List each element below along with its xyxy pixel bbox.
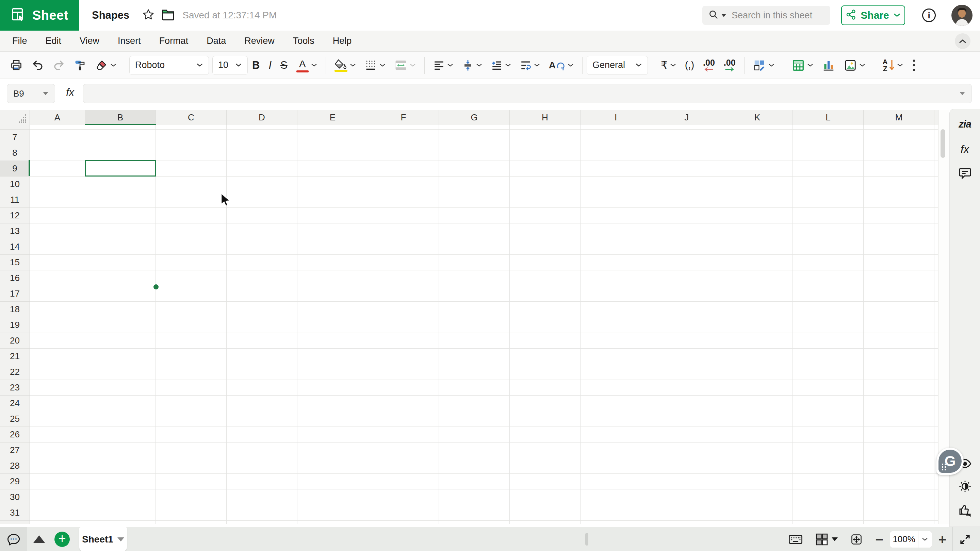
row-header-27[interactable]: 27 <box>0 443 30 458</box>
cell-E12[interactable] <box>298 208 368 224</box>
cell-H26[interactable] <box>510 427 581 443</box>
cell-A14[interactable] <box>30 239 85 255</box>
cell-partial[interactable] <box>510 125 581 130</box>
column-header-A[interactable]: A <box>30 110 85 125</box>
cell-E27[interactable] <box>298 443 368 458</box>
cell-L23[interactable] <box>793 380 864 395</box>
cell-partial[interactable] <box>439 521 510 524</box>
cell-B27[interactable] <box>85 443 156 458</box>
add-sheet-button[interactable]: + <box>54 532 70 547</box>
cell-B26[interactable] <box>85 427 156 443</box>
row-header-26[interactable]: 26 <box>0 427 30 443</box>
cell-A30[interactable] <box>30 489 85 505</box>
cell-K23[interactable] <box>722 380 793 395</box>
cell-F7[interactable] <box>368 130 439 145</box>
cell-I9[interactable] <box>581 161 651 176</box>
cell-L28[interactable] <box>793 458 864 474</box>
cell-B28[interactable] <box>85 458 156 474</box>
cell-partial[interactable] <box>934 255 939 270</box>
cell-H27[interactable] <box>510 443 581 458</box>
cell-B15[interactable] <box>85 255 156 270</box>
cell-M29[interactable] <box>864 474 934 489</box>
cell-B20[interactable] <box>85 333 156 349</box>
theme-toggle-button[interactable] <box>956 477 975 496</box>
cell-J11[interactable] <box>651 192 722 208</box>
cell-B7[interactable] <box>85 130 156 145</box>
cell-A24[interactable] <box>30 395 85 411</box>
row-header-29[interactable]: 29 <box>0 474 30 489</box>
cell-K18[interactable] <box>722 302 793 318</box>
cell-E29[interactable] <box>298 474 368 489</box>
cell-J12[interactable] <box>651 208 722 224</box>
cell-E24[interactable] <box>298 395 368 411</box>
cell-E15[interactable] <box>298 255 368 270</box>
cell-H17[interactable] <box>510 286 581 302</box>
cell-F13[interactable] <box>368 224 439 239</box>
cell-G13[interactable] <box>439 224 510 239</box>
cell-partial[interactable] <box>934 208 939 224</box>
cell-G24[interactable] <box>439 395 510 411</box>
share-dropdown-icon[interactable] <box>893 13 901 18</box>
cell-M31[interactable] <box>864 505 934 521</box>
row-header-partial[interactable] <box>0 521 30 524</box>
cell-J20[interactable] <box>651 333 722 349</box>
info-button[interactable]: i <box>922 8 936 22</box>
column-header-D[interactable]: D <box>227 110 298 125</box>
cell-partial[interactable] <box>934 125 939 130</box>
cell-L13[interactable] <box>793 224 864 239</box>
feedback-button[interactable] <box>956 501 975 520</box>
cell-C7[interactable] <box>156 130 227 145</box>
comma-format-button[interactable]: (,) <box>681 56 698 75</box>
cell-H9[interactable] <box>510 161 581 176</box>
cell-F30[interactable] <box>368 489 439 505</box>
cell-K8[interactable] <box>722 145 793 161</box>
cell-H21[interactable] <box>510 349 581 364</box>
cell-G21[interactable] <box>439 349 510 364</box>
eraser-dropdown-icon[interactable] <box>110 63 116 67</box>
cell-L19[interactable] <box>793 318 864 333</box>
horizontal-align-button[interactable] <box>429 56 458 75</box>
cell-H15[interactable] <box>510 255 581 270</box>
cell-B10[interactable] <box>85 176 156 192</box>
cell-H13[interactable] <box>510 224 581 239</box>
cell-E19[interactable] <box>298 318 368 333</box>
cell-D15[interactable] <box>227 255 298 270</box>
insert-table-button[interactable] <box>788 56 818 75</box>
row-header-12[interactable]: 12 <box>0 208 30 224</box>
cell-E17[interactable] <box>298 286 368 302</box>
cell-I20[interactable] <box>581 333 651 349</box>
cell-B31[interactable] <box>85 505 156 521</box>
cell-C8[interactable] <box>156 145 227 161</box>
cell-D29[interactable] <box>227 474 298 489</box>
cell-E28[interactable] <box>298 458 368 474</box>
fill-color-button[interactable] <box>330 56 360 75</box>
cell-I23[interactable] <box>581 380 651 395</box>
cell-M23[interactable] <box>864 380 934 395</box>
cell-L9[interactable] <box>793 161 864 176</box>
currency-dropdown-icon[interactable] <box>670 63 676 67</box>
cell-partial[interactable] <box>30 521 85 524</box>
sheet-tab-menu-icon[interactable] <box>118 537 124 541</box>
cell-A25[interactable] <box>30 411 85 427</box>
cell-A11[interactable] <box>30 192 85 208</box>
cell-D30[interactable] <box>227 489 298 505</box>
insert-chart-button[interactable] <box>818 56 840 75</box>
cell-H31[interactable] <box>510 505 581 521</box>
cell-F21[interactable] <box>368 349 439 364</box>
row-header-31[interactable]: 31 <box>0 505 30 521</box>
freeze-dropdown-icon[interactable] <box>832 537 838 541</box>
font-size-select[interactable]: 10 <box>212 56 248 75</box>
cell-L24[interactable] <box>793 395 864 411</box>
cell-J25[interactable] <box>651 411 722 427</box>
cell-G25[interactable] <box>439 411 510 427</box>
cell-partial[interactable] <box>156 125 227 130</box>
cell-B9[interactable] <box>85 161 156 176</box>
cell-I7[interactable] <box>581 130 651 145</box>
cell-partial[interactable] <box>934 505 939 521</box>
cell-partial[interactable] <box>510 521 581 524</box>
fullscreen-button[interactable] <box>959 533 971 546</box>
text-rotate-dropdown-icon[interactable] <box>568 63 574 67</box>
search-input[interactable]: Search in this sheet <box>702 6 830 25</box>
cell-J24[interactable] <box>651 395 722 411</box>
cell-D31[interactable] <box>227 505 298 521</box>
